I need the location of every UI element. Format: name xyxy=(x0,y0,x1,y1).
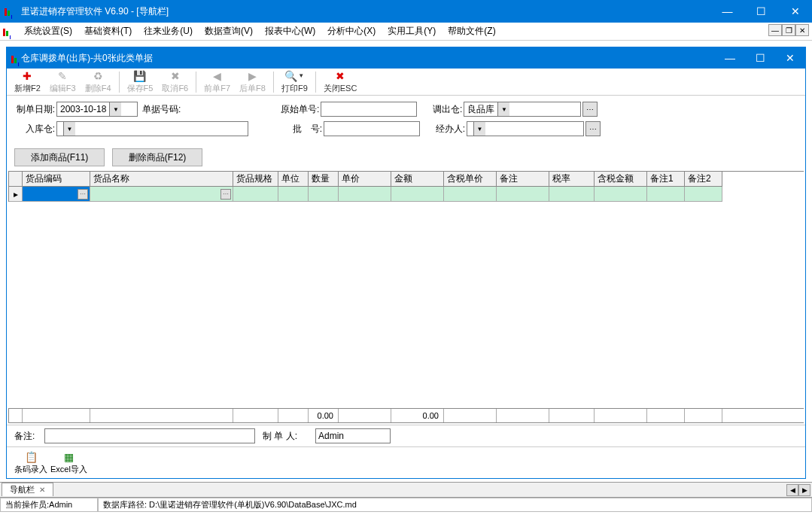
tb-save[interactable]: 💾保存F5 xyxy=(123,69,158,95)
col-remark1[interactable]: 备注1 xyxy=(647,172,685,187)
chevron-down-icon: ▼ xyxy=(109,102,121,116)
inwh-combo[interactable]: ▼ xyxy=(56,121,248,136)
cell-remark2[interactable] xyxy=(685,187,722,202)
original-input[interactable] xyxy=(321,102,417,117)
mdi-minimize[interactable]: — xyxy=(768,24,782,36)
chevron-down-icon: ▼ xyxy=(497,102,509,116)
footer-buttons: 📋条码录入 ▦Excel导入 xyxy=(7,447,805,478)
col-spec[interactable]: 货品规格 xyxy=(233,172,278,187)
col-remark[interactable]: 备注 xyxy=(497,172,549,187)
date-combo[interactable]: 2003-10-18▼ xyxy=(56,102,138,117)
col-taxamount[interactable]: 含税金额 xyxy=(595,172,647,187)
menu-query[interactable]: 数据查询(V) xyxy=(199,23,259,40)
delete-product-button[interactable]: 删除商品(F12) xyxy=(112,148,202,166)
tb-delete[interactable]: ♻删除F4 xyxy=(81,69,116,95)
cell-remark[interactable] xyxy=(497,187,549,202)
barcode-icon: 📋 xyxy=(23,450,38,464)
grid-empty-area xyxy=(8,202,804,405)
original-label: 原始单号: xyxy=(278,103,321,116)
minimize-button[interactable]: — xyxy=(710,0,744,23)
excel-button[interactable]: ▦Excel导入 xyxy=(50,450,87,475)
handler-label: 经办人: xyxy=(430,123,467,136)
child-title: 仓库调拨单(出库)-共0张此类单据 xyxy=(21,52,715,65)
tb-cancel[interactable]: ✖取消F6 xyxy=(157,69,193,95)
col-taxprice[interactable]: 含税单价 xyxy=(444,172,497,187)
menu-help[interactable]: 帮助文件(Z) xyxy=(442,23,501,40)
maker-label: 制 单 人: xyxy=(263,430,315,443)
tab-close-icon[interactable]: ✕ xyxy=(39,486,45,494)
child-close[interactable]: ✕ xyxy=(775,47,805,69)
status-dbpath: 数据库路径: D:\里诺进销存管理软件(单机版)V6.90\DataBase\J… xyxy=(98,498,812,512)
child-minimize[interactable]: — xyxy=(715,47,745,69)
cell-unit[interactable] xyxy=(278,187,309,202)
tb-close[interactable]: ✖关闭ESC xyxy=(319,69,362,95)
add-product-button[interactable]: 添加商品(F11) xyxy=(14,148,105,166)
inwh-label: 入库仓: xyxy=(14,123,56,136)
cell-price[interactable] xyxy=(339,187,391,202)
cell-spec[interactable] xyxy=(233,187,278,202)
menu-tools[interactable]: 实用工具(Y) xyxy=(382,23,442,40)
maker-input[interactable]: Admin xyxy=(315,428,391,443)
chevron-down-icon: ▼ xyxy=(298,72,304,79)
tb-edit[interactable]: ✎编辑F3 xyxy=(45,69,81,95)
col-code[interactable]: 货品编码 xyxy=(23,172,90,187)
chevron-down-icon: ▼ xyxy=(473,122,485,136)
col-amount[interactable]: 金额 xyxy=(391,172,444,187)
chevron-down-icon: ▼ xyxy=(63,122,75,136)
plus-icon: ✚ xyxy=(21,70,33,82)
outwh-lookup[interactable]: ⋯ xyxy=(582,102,598,117)
tb-prev[interactable]: ◀前单F7 xyxy=(199,69,235,95)
barcode-button[interactable]: 📋条码录入 xyxy=(14,450,47,475)
close-button[interactable]: ✕ xyxy=(778,0,812,23)
tab-navigator[interactable]: 导航栏✕ xyxy=(2,483,53,496)
document-tabs: 导航栏✕ ◀ ▶ xyxy=(0,482,812,497)
date-label: 制单日期: xyxy=(14,103,56,116)
tab-scroll-left[interactable]: ◀ xyxy=(786,484,798,496)
menu-analysis[interactable]: 分析中心(X) xyxy=(321,23,382,40)
child-titlebar: 仓库调拨单(出库)-共0张此类单据 — ☐ ✕ xyxy=(7,47,805,69)
cell-taxprice[interactable] xyxy=(444,187,497,202)
col-remark2[interactable]: 备注2 xyxy=(685,172,722,187)
docno-label: 单据号码: xyxy=(142,103,182,116)
row-header xyxy=(9,172,23,187)
col-qty[interactable]: 数量 xyxy=(309,172,339,187)
remark-input[interactable] xyxy=(44,428,255,443)
batch-input[interactable] xyxy=(324,121,420,136)
menu-basedata[interactable]: 基础资料(T) xyxy=(78,23,138,40)
col-name[interactable]: 货品名称 xyxy=(90,172,233,187)
data-grid[interactable]: 货品编码 货品名称 货品规格 单位 数量 单价 金额 含税单价 备注 税率 含税… xyxy=(8,171,804,202)
cell-code[interactable] xyxy=(23,187,90,202)
cell-amount[interactable] xyxy=(391,187,444,202)
main-titlebar: 里诺进销存管理软件 V6.90 - [导航栏] — ☐ ✕ xyxy=(0,0,812,23)
child-window: 仓库调拨单(出库)-共0张此类单据 — ☐ ✕ ✚新增F2 ✎编辑F3 ♻删除F… xyxy=(6,47,806,479)
tb-print[interactable]: 🔍▼打印F9 xyxy=(277,69,312,95)
tab-scroll-right[interactable]: ▶ xyxy=(798,484,810,496)
mdi-restore[interactable]: ❐ xyxy=(782,24,795,36)
save-icon: 💾 xyxy=(134,70,146,82)
cell-qty[interactable] xyxy=(309,187,339,202)
mdi-close[interactable]: ✕ xyxy=(795,24,809,36)
col-unit[interactable]: 单位 xyxy=(278,172,309,187)
action-buttons: 添加商品(F11) 删除商品(F12) xyxy=(7,144,805,171)
cell-name[interactable] xyxy=(90,187,233,202)
handler-combo[interactable]: ▼ xyxy=(467,121,584,136)
child-maximize[interactable]: ☐ xyxy=(745,47,775,69)
col-price[interactable]: 单价 xyxy=(339,172,391,187)
cell-taxrate[interactable] xyxy=(549,187,595,202)
menu-system[interactable]: 系统设置(S) xyxy=(18,23,78,40)
tb-new[interactable]: ✚新增F2 xyxy=(10,69,45,95)
menu-business[interactable]: 往来业务(U) xyxy=(138,23,199,40)
statusbar: 当前操作员:Admin 数据库路径: D:\里诺进销存管理软件(单机版)V6.9… xyxy=(0,497,812,512)
handler-lookup[interactable]: ⋯ xyxy=(585,121,601,136)
total-amount: 0.00 xyxy=(391,409,444,422)
outwh-combo[interactable]: 良品库▼ xyxy=(464,102,581,117)
child-icon xyxy=(11,53,17,63)
app-title: 里诺进销存管理软件 V6.90 - [导航栏] xyxy=(21,5,710,18)
maximize-button[interactable]: ☐ xyxy=(744,0,778,23)
col-taxrate[interactable]: 税率 xyxy=(549,172,595,187)
cell-taxamount[interactable] xyxy=(595,187,647,202)
menu-report[interactable]: 报表中心(W) xyxy=(259,23,321,40)
outwh-label: 调出仓: xyxy=(427,103,464,116)
tb-next[interactable]: ▶后单F8 xyxy=(235,69,270,95)
cell-remark1[interactable] xyxy=(647,187,685,202)
